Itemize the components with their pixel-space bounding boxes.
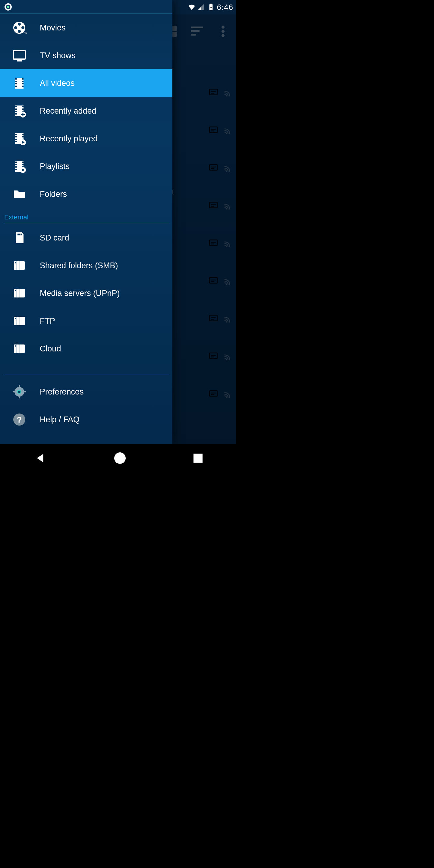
drawer-item-label: All videos — [40, 79, 75, 88]
section-header-external: External — [0, 208, 173, 224]
drawer-item-label: Recently played — [40, 134, 98, 144]
drawer-item-label: Shared folders (SMB) — [40, 261, 118, 270]
drawer-item-cloud[interactable]: Cloud — [0, 335, 173, 363]
server-icon — [11, 286, 28, 301]
drawer-item-label: SD card — [40, 233, 69, 243]
drawer-item-shared-folders-smb-[interactable]: Shared folders (SMB) — [0, 252, 173, 279]
drawer-item-label: Media servers (UPnP) — [40, 289, 120, 298]
nav-back-icon[interactable] — [34, 452, 46, 464]
drawer-item-label: TV shows — [40, 51, 76, 60]
drawer-item-recently-played[interactable]: Recently played — [0, 125, 173, 153]
nav-home-icon[interactable] — [114, 453, 126, 464]
gear-icon — [11, 384, 28, 399]
film-play-icon — [11, 131, 28, 146]
tv-icon — [11, 48, 28, 63]
sdcard-icon — [11, 230, 28, 245]
divider — [3, 375, 169, 375]
drawer-item-preferences[interactable]: Preferences — [0, 378, 173, 406]
drawer-item-label: Movies — [40, 23, 66, 33]
drawer-item-all-videos[interactable]: All videos — [0, 69, 173, 97]
drawer-item-label: Folders — [40, 190, 67, 199]
folder-icon — [11, 187, 28, 201]
divider — [3, 224, 169, 224]
drawer-item-label: FTP — [40, 316, 55, 326]
server-icon — [11, 341, 28, 356]
system-nav-bar — [0, 444, 236, 472]
navigation-drawer: MoviesTV showsAll videosRecently addedRe… — [0, 0, 173, 444]
drawer-item-tv-shows[interactable]: TV shows — [0, 41, 173, 69]
drawer-item-label: Cloud — [40, 344, 61, 353]
server-icon — [11, 258, 28, 273]
battery-charging-icon — [207, 3, 215, 11]
film-add-icon — [11, 104, 28, 118]
drawer-item-media-servers-upnp-[interactable]: Media servers (UPnP) — [0, 279, 173, 307]
signal-icon — [197, 3, 205, 11]
drawer-item-folders[interactable]: Folders — [0, 180, 173, 208]
film-play-icon — [11, 159, 28, 174]
help-icon — [11, 412, 28, 427]
server-icon — [11, 314, 28, 328]
drawer-item-label: Preferences — [40, 387, 84, 397]
drawer-item-recently-added[interactable]: Recently added — [0, 97, 173, 125]
drawer-item-label: Playlists — [40, 162, 70, 171]
drawer-item-label: Help / FAQ — [40, 415, 80, 424]
wifi-icon — [188, 3, 195, 11]
status-clock: 6:46 — [217, 3, 233, 12]
drawer-item-movies[interactable]: Movies — [0, 14, 173, 41]
drawer-header — [0, 0, 173, 14]
drawer-item-playlists[interactable]: Playlists — [0, 153, 173, 180]
film-icon — [11, 76, 28, 90]
nav-recent-icon[interactable] — [193, 454, 203, 463]
drawer-item-help-faq[interactable]: Help / FAQ — [0, 406, 173, 433]
drawer-item-sd-card[interactable]: SD card — [0, 224, 173, 252]
drawer-item-label: Recently added — [40, 106, 96, 116]
movies-icon — [11, 21, 28, 35]
notification-dot-icon — [4, 3, 12, 11]
drawer-item-ftp[interactable]: FTP — [0, 307, 173, 335]
